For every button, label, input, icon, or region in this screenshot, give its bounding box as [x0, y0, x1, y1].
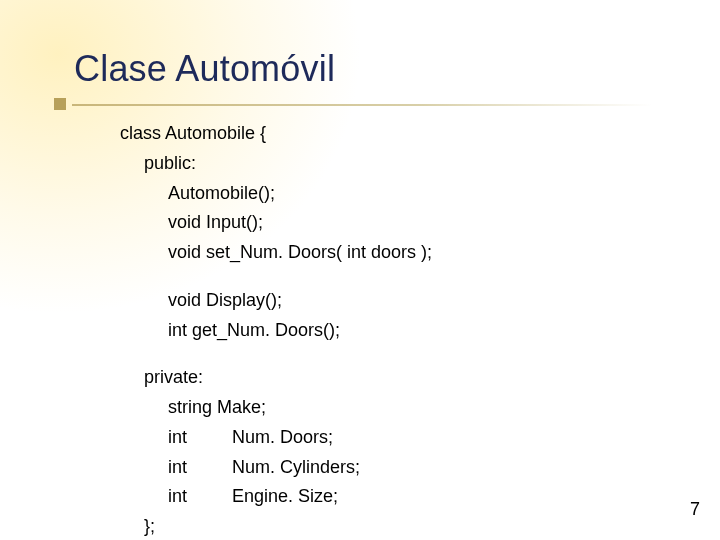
code-line: public:	[120, 152, 432, 176]
code-line: private:	[120, 366, 432, 390]
code-line: intNum. Cylinders;	[120, 456, 432, 480]
code-ident: Num. Doors;	[232, 427, 333, 447]
slide-title: Clase Automóvil	[74, 48, 335, 90]
code-line: intEngine. Size;	[120, 485, 432, 509]
code-line: void Display();	[120, 289, 432, 313]
title-underline	[72, 104, 652, 106]
code-ident: Engine. Size;	[232, 486, 338, 506]
code-line: Automobile();	[120, 182, 432, 206]
code-line: string Make;	[120, 396, 432, 420]
code-line: int get_Num. Doors();	[120, 319, 432, 343]
code-line: void set_Num. Doors( int doors );	[120, 241, 432, 265]
code-line: void Input();	[120, 211, 432, 235]
page-number: 7	[690, 499, 700, 520]
title-area: Clase Automóvil	[74, 48, 335, 90]
code-type: int	[168, 485, 232, 509]
title-bullet-square	[54, 98, 66, 110]
slide: Clase Automóvil class Automobile { publi…	[0, 0, 720, 540]
code-line: };	[120, 515, 432, 539]
code-line: class Automobile {	[120, 122, 432, 146]
code-type: int	[168, 426, 232, 450]
code-block: class Automobile { public: Automobile();…	[120, 122, 432, 540]
code-ident: Num. Cylinders;	[232, 457, 360, 477]
code-type: int	[168, 456, 232, 480]
code-line: intNum. Doors;	[120, 426, 432, 450]
